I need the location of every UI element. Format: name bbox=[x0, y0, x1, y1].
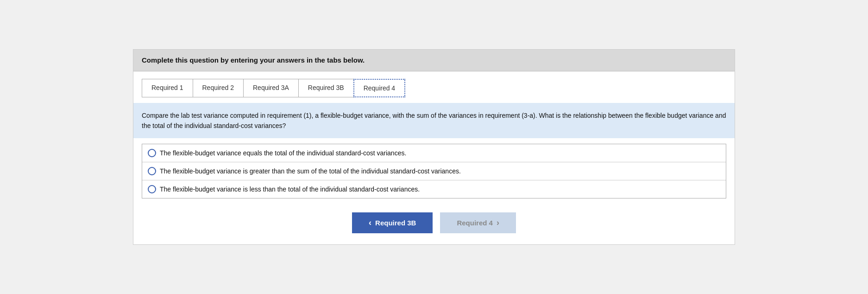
option-3-label: The flexible-budget variance is less tha… bbox=[160, 185, 420, 193]
option-3-row[interactable]: The flexible-budget variance is less tha… bbox=[142, 180, 726, 198]
next-button-label: Required 4 bbox=[457, 219, 493, 227]
tabs-area: Required 1 Required 2 Required 3A Requir… bbox=[133, 71, 735, 97]
tab-required-3b[interactable]: Required 3B bbox=[298, 79, 354, 97]
instruction-text: Complete this question by entering your … bbox=[142, 56, 365, 64]
prev-button-label: Required 3B bbox=[375, 219, 416, 227]
next-button[interactable]: Required 4 bbox=[440, 212, 516, 233]
question-area: Compare the lab test variance computed i… bbox=[133, 103, 735, 139]
radio-option-1[interactable] bbox=[148, 149, 156, 157]
next-chevron-icon bbox=[497, 218, 499, 228]
option-1-row[interactable]: The flexible-budget variance equals the … bbox=[142, 144, 726, 162]
prev-button[interactable]: Required 3B bbox=[352, 212, 433, 233]
nav-buttons: Required 3B Required 4 bbox=[133, 208, 735, 244]
question-text: Compare the lab test variance computed i… bbox=[142, 112, 726, 129]
option-1-label: The flexible-budget variance equals the … bbox=[160, 149, 406, 157]
prev-chevron-icon bbox=[369, 218, 371, 228]
option-2-row[interactable]: The flexible-budget variance is greater … bbox=[142, 162, 726, 180]
main-container: Complete this question by entering your … bbox=[133, 49, 735, 245]
option-2-label: The flexible-budget variance is greater … bbox=[160, 167, 461, 175]
tab-required-1[interactable]: Required 1 bbox=[142, 79, 193, 97]
header-banner: Complete this question by entering your … bbox=[133, 50, 735, 71]
radio-option-3[interactable] bbox=[148, 185, 156, 193]
radio-option-2[interactable] bbox=[148, 167, 156, 175]
tab-required-4[interactable]: Required 4 bbox=[353, 79, 406, 97]
tab-required-3a[interactable]: Required 3A bbox=[243, 79, 299, 97]
tab-required-2[interactable]: Required 2 bbox=[193, 79, 244, 97]
options-container: The flexible-budget variance equals the … bbox=[142, 144, 726, 198]
